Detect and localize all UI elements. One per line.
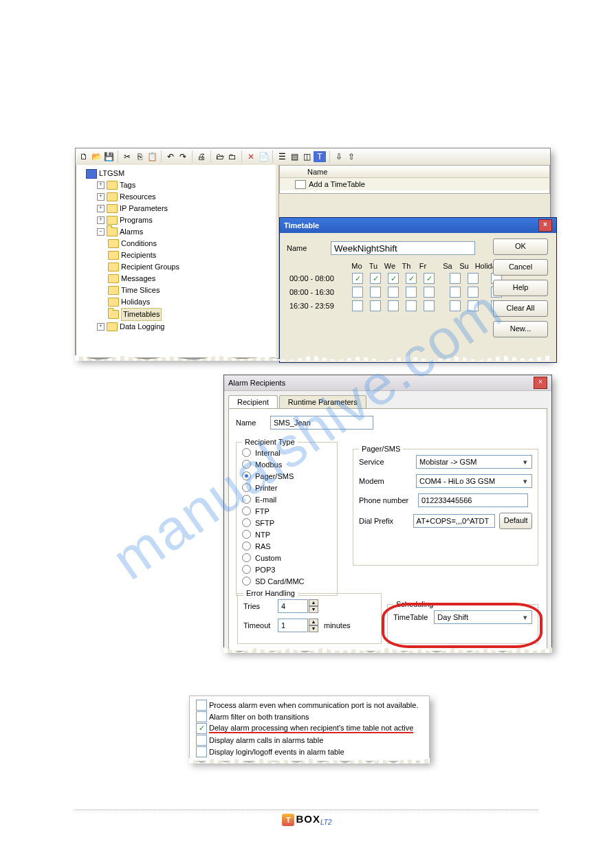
tree-item-recipients[interactable]: Recipients <box>79 249 276 261</box>
view-list-icon[interactable]: ☰ <box>276 151 287 162</box>
undo-icon[interactable]: ↶ <box>165 151 176 162</box>
tree-item-tags[interactable]: +Tags <box>79 179 276 191</box>
spin-down-icon[interactable]: ▼ <box>309 625 318 632</box>
clear-all-button[interactable]: Clear All <box>493 300 548 317</box>
tt-checkbox[interactable] <box>388 287 399 298</box>
radio-modbus[interactable]: Modbus <box>242 460 331 469</box>
tt-checkbox[interactable] <box>468 287 479 298</box>
tree-item-alarms[interactable]: −Alarms <box>79 226 276 238</box>
service-combo[interactable]: Mobistar -> GSM <box>416 455 532 469</box>
phone-input[interactable]: 012233445566 <box>418 493 528 507</box>
tt-checkbox[interactable] <box>468 273 479 284</box>
column-name[interactable]: Name <box>307 168 327 176</box>
copy-icon[interactable]: ⎘ <box>134 151 145 162</box>
open-icon[interactable]: 📂 <box>91 151 102 162</box>
new-folder-icon[interactable]: 🗀 <box>227 151 238 162</box>
tree-item-recipient-groups[interactable]: Recipient Groups <box>79 261 276 273</box>
tt-checkbox[interactable] <box>370 273 381 284</box>
timetable-name-input[interactable] <box>331 241 475 255</box>
view-detail-icon[interactable]: ▤ <box>289 151 300 162</box>
delete-icon[interactable]: ✕ <box>245 151 256 162</box>
tree-item-holidays[interactable]: Holidays <box>79 296 276 308</box>
option-row[interactable]: Process alarm even when communication po… <box>194 699 425 711</box>
dialprefix-input[interactable]: AT+COPS=,,,0^ATDT <box>413 514 496 528</box>
modem-combo[interactable]: COM4 - HiLo 3G GSM <box>416 474 532 488</box>
radio-ras[interactable]: RAS <box>242 542 331 550</box>
recipient-name-input[interactable]: SMS_Jean <box>270 416 373 430</box>
close-icon[interactable]: × <box>534 377 547 389</box>
tt-checkbox[interactable] <box>468 300 479 311</box>
radio-printer[interactable]: Printer <box>242 483 331 492</box>
radio-sdcard[interactable]: SD Card/MMC <box>242 577 331 586</box>
tt-checkbox[interactable] <box>370 300 381 311</box>
cut-icon[interactable]: ✂ <box>122 151 133 162</box>
radio-ntp[interactable]: NTP <box>242 530 331 539</box>
tries-spinner[interactable]: 4▲▼ <box>278 599 318 613</box>
tt-checkbox[interactable] <box>406 273 417 284</box>
help-button[interactable]: Help <box>493 280 548 296</box>
expand-icon[interactable]: + <box>97 216 105 224</box>
option-row[interactable]: Display alarm calls in alarms table <box>194 734 425 746</box>
list-row-add[interactable]: Add a TimeTable <box>280 178 549 190</box>
tt-checkbox[interactable] <box>370 287 381 298</box>
collapse-icon[interactable]: − <box>97 228 105 236</box>
tree-item-resources[interactable]: +Resources <box>79 191 276 203</box>
expand-icon[interactable]: + <box>97 181 105 189</box>
dialog-titlebar[interactable]: Timetable × <box>280 218 556 233</box>
tt-checkbox[interactable] <box>450 300 461 311</box>
project-tree[interactable]: LTGSM +Tags +Resources +IP Parameters +P… <box>76 165 276 333</box>
expand-icon[interactable]: + <box>97 205 105 212</box>
redo-icon[interactable]: ↷ <box>177 151 188 162</box>
tree-item-timeslices[interactable]: Time Slices <box>79 285 276 296</box>
up-folder-icon[interactable]: 🗁 <box>215 151 226 162</box>
tt-checkbox[interactable] <box>352 273 363 284</box>
new-button[interactable]: New... <box>493 321 548 337</box>
expand-icon[interactable]: + <box>97 323 105 331</box>
tree-item-conditions[interactable]: Conditions <box>79 238 276 249</box>
view-split-icon[interactable]: ◫ <box>301 151 312 162</box>
tt-checkbox[interactable] <box>388 300 399 311</box>
checkbox[interactable] <box>196 700 207 711</box>
tt-checkbox[interactable] <box>352 287 363 298</box>
spin-up-icon[interactable]: ▲ <box>309 619 318 625</box>
print-icon[interactable]: 🖨 <box>196 151 207 162</box>
radio-internal[interactable]: Internal <box>242 448 331 457</box>
dialog-titlebar[interactable]: Alarm Recipients × <box>224 375 551 391</box>
tree-root[interactable]: LTGSM <box>79 168 276 179</box>
checkbox[interactable] <box>196 723 207 734</box>
tree-item-ip[interactable]: +IP Parameters <box>79 203 276 214</box>
paste-icon[interactable]: 📋 <box>146 151 157 162</box>
checkbox[interactable] <box>196 746 207 757</box>
cancel-button[interactable]: Cancel <box>493 259 548 276</box>
app-icon[interactable]: T <box>314 151 326 162</box>
tab-runtime[interactable]: Runtime Parameters <box>279 395 366 408</box>
tree-item-programs[interactable]: +Programs <box>79 214 276 226</box>
option-row[interactable]: Alarm filter on both transitions <box>194 711 425 722</box>
tree-item-messages[interactable]: Messages <box>79 273 276 285</box>
tt-checkbox[interactable] <box>424 287 435 298</box>
tree-item-timetables[interactable]: Timetables <box>79 308 276 321</box>
close-icon[interactable]: × <box>538 219 552 232</box>
upload-icon[interactable]: ⇧ <box>346 151 357 162</box>
timeout-spinner[interactable]: 1▲▼ <box>278 619 318 632</box>
ok-button[interactable]: OK <box>493 238 548 255</box>
option-row[interactable]: Delay alarm processing when recipient's … <box>194 722 425 734</box>
spin-up-icon[interactable]: ▲ <box>309 599 318 606</box>
tt-checkbox[interactable] <box>424 300 435 311</box>
radio-ftp[interactable]: FTP <box>242 507 331 515</box>
spin-down-icon[interactable]: ▼ <box>309 606 318 613</box>
timetable-combo[interactable]: Day Shift <box>434 610 532 624</box>
tt-checkbox[interactable] <box>406 287 417 298</box>
expand-icon[interactable]: + <box>97 193 105 201</box>
tt-checkbox[interactable] <box>450 287 461 298</box>
tt-checkbox[interactable] <box>388 273 399 284</box>
default-button[interactable]: Default <box>499 513 532 529</box>
tt-checkbox[interactable] <box>352 300 363 311</box>
checkbox[interactable] <box>196 711 207 722</box>
tree-item-datalogging[interactable]: +Data Logging <box>79 321 276 333</box>
download-icon[interactable]: ⇩ <box>333 151 344 162</box>
tt-checkbox[interactable] <box>406 300 417 311</box>
new-icon[interactable]: 🗋 <box>78 151 89 162</box>
radio-pager-sms[interactable]: Pager/SMS <box>242 471 331 480</box>
option-row[interactable]: Display login/logoff events in alarm tab… <box>194 746 425 757</box>
